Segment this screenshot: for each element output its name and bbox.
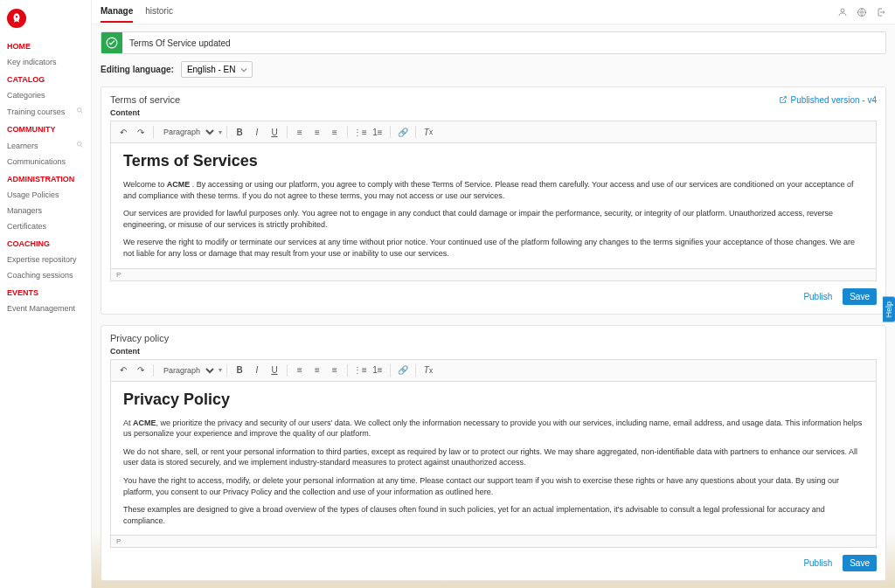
- italic-button[interactable]: I: [249, 124, 265, 140]
- search-icon[interactable]: [76, 141, 84, 150]
- alert-text: Terms Of Service updated: [122, 38, 238, 48]
- external-link-icon: [779, 95, 787, 104]
- help-tab[interactable]: Help: [883, 297, 895, 322]
- tos-path: P: [110, 269, 877, 281]
- sidebar-section-title[interactable]: HOME: [0, 37, 91, 54]
- language-select[interactable]: English - EN: [181, 61, 253, 78]
- redo-button[interactable]: ↷: [133, 363, 149, 378]
- svg-point-2: [841, 9, 844, 12]
- link-button[interactable]: 🔗: [395, 124, 411, 140]
- sidebar-item-label: Coaching sessions: [7, 271, 73, 280]
- tos-toolbar: ↶ ↷ Paragraph ▾ B I U ≡ ≡ ≡ ⋮≡ 1≡: [110, 121, 877, 142]
- alert-success: Terms Of Service updated: [101, 31, 886, 54]
- svg-point-0: [78, 108, 82, 113]
- sidebar-item-label: Usage Policies: [7, 190, 59, 199]
- svg-point-1: [78, 142, 82, 147]
- number-list-button[interactable]: 1≡: [370, 363, 385, 378]
- topbar: Manage historic: [92, 0, 895, 24]
- pp-editor[interactable]: Privacy Policy At ACME, we prioritize th…: [110, 381, 877, 536]
- bold-button[interactable]: B: [232, 363, 247, 378]
- pp-heading: Privacy Policy: [123, 391, 864, 409]
- align-right-button[interactable]: ≡: [327, 363, 343, 378]
- pp-card: Privacy policy Content ↶ ↷ Paragraph ▾ B…: [101, 325, 886, 582]
- pp-title: Privacy policy: [110, 333, 169, 343]
- sidebar-item[interactable]: Learners: [0, 137, 91, 154]
- format-select[interactable]: Paragraph: [158, 127, 217, 137]
- sidebar-item-label: Expertise repository: [7, 255, 77, 264]
- pp-save-button[interactable]: Save: [843, 555, 877, 571]
- sidebar-item-label: Learners: [7, 142, 38, 150]
- content-label: Content: [110, 108, 877, 117]
- pp-publish-button[interactable]: Publish: [798, 555, 837, 571]
- sidebar-item-label: Certificates: [7, 222, 46, 231]
- italic-button[interactable]: I: [249, 363, 265, 378]
- sidebar: HOMEKey indicatorsCATALOGCategoriesTrain…: [0, 0, 92, 588]
- tos-heading: Terms of Services: [123, 152, 864, 170]
- content-label: Content: [110, 347, 877, 356]
- user-icon[interactable]: [837, 7, 848, 17]
- align-left-button[interactable]: ≡: [292, 363, 308, 378]
- tos-editor[interactable]: Terms of Services Welcome to ACME . By a…: [110, 142, 877, 269]
- tabs: Manage historic: [101, 1, 173, 23]
- tab-manage[interactable]: Manage: [101, 1, 133, 23]
- sidebar-item[interactable]: Event Management: [0, 301, 91, 316]
- sidebar-item[interactable]: Expertise repository: [0, 252, 91, 267]
- underline-button[interactable]: U: [267, 124, 282, 140]
- pp-path: P: [110, 536, 877, 548]
- sidebar-item[interactable]: Categories: [0, 87, 91, 103]
- sidebar-section-title[interactable]: COMMUNITY: [0, 120, 91, 137]
- sidebar-item-label: Training courses: [7, 107, 65, 116]
- tos-publish-button[interactable]: Publish: [798, 288, 837, 305]
- align-center-button[interactable]: ≡: [309, 363, 325, 378]
- language-row: Editing language: English - EN: [101, 61, 886, 78]
- search-icon[interactable]: [76, 107, 84, 116]
- tab-historic[interactable]: historic: [145, 1, 173, 23]
- tos-card: Terms of service Published version - v4 …: [101, 86, 886, 315]
- sidebar-item[interactable]: Usage Policies: [0, 187, 91, 203]
- align-center-button[interactable]: ≡: [309, 124, 325, 140]
- sidebar-section-title[interactable]: COACHING: [0, 234, 91, 252]
- underline-button[interactable]: U: [267, 363, 282, 378]
- language-label: Editing language:: [101, 65, 174, 74]
- bullet-list-button[interactable]: ⋮≡: [352, 124, 368, 140]
- tos-published-link[interactable]: Published version - v4: [779, 95, 877, 105]
- sidebar-item-label: Managers: [7, 206, 42, 215]
- sidebar-item-label: Categories: [7, 91, 45, 100]
- sidebar-item[interactable]: Certificates: [0, 218, 91, 234]
- logout-icon[interactable]: [876, 7, 886, 17]
- check-circle-icon: [101, 32, 122, 53]
- number-list-button[interactable]: 1≡: [370, 124, 385, 140]
- sidebar-item-label: Communications: [7, 157, 66, 166]
- align-right-button[interactable]: ≡: [327, 124, 343, 140]
- clear-format-button[interactable]: Tx: [420, 124, 436, 140]
- content-area: Terms Of Service updated Editing languag…: [92, 24, 895, 588]
- tos-title: Terms of service: [110, 94, 180, 105]
- bullet-list-button[interactable]: ⋮≡: [352, 363, 368, 378]
- rocket-icon: [10, 12, 23, 24]
- sidebar-item-label: Key indicators: [7, 58, 57, 66]
- link-button[interactable]: 🔗: [395, 363, 411, 378]
- sidebar-item[interactable]: Communications: [0, 154, 91, 169]
- sidebar-item[interactable]: Key indicators: [0, 54, 91, 70]
- clear-format-button[interactable]: Tx: [420, 363, 436, 378]
- globe-icon[interactable]: [857, 7, 867, 17]
- sidebar-item[interactable]: Managers: [0, 203, 91, 218]
- sidebar-item[interactable]: Coaching sessions: [0, 267, 91, 283]
- logo[interactable]: [7, 9, 26, 28]
- sidebar-section-title[interactable]: EVENTS: [0, 283, 91, 301]
- format-select[interactable]: Paragraph: [158, 365, 217, 376]
- bold-button[interactable]: B: [232, 124, 247, 140]
- sidebar-item[interactable]: Training courses: [0, 103, 91, 120]
- pp-toolbar: ↶ ↷ Paragraph ▾ B I U ≡ ≡ ≡ ⋮≡ 1≡: [110, 359, 877, 381]
- redo-button[interactable]: ↷: [133, 124, 149, 140]
- sidebar-section-title[interactable]: ADMINISTRATION: [0, 169, 91, 187]
- align-left-button[interactable]: ≡: [292, 124, 308, 140]
- sidebar-section-title[interactable]: CATALOG: [0, 70, 91, 87]
- undo-button[interactable]: ↶: [115, 124, 131, 140]
- tos-save-button[interactable]: Save: [843, 288, 877, 305]
- undo-button[interactable]: ↶: [115, 363, 131, 378]
- sidebar-item-label: Event Management: [7, 304, 75, 313]
